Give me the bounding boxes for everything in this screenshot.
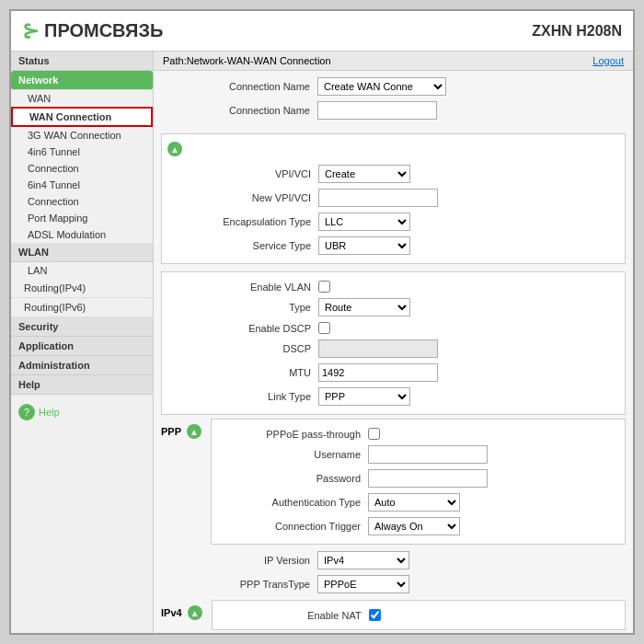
connection-name2-input[interactable] [317, 101, 437, 120]
mtu-row: MTU [162, 361, 625, 385]
ipv4-section-label: IPv4 [161, 607, 182, 618]
ppp-label: PPP [161, 426, 181, 437]
connection-name-select[interactable]: Create WAN Conne [317, 77, 446, 96]
sidebar-adsl[interactable]: ADSL Modulation [11, 226, 153, 243]
sidebar-3g-wan[interactable]: 3G WAN Connection [11, 127, 153, 144]
sidebar-wan-connection[interactable]: WAN Connection [11, 107, 153, 127]
connection-name-label: Connection Name [170, 81, 317, 92]
new-vpivci-label: New VPI/VCI [171, 192, 318, 203]
new-vpivci-row: New VPI/VCI [162, 186, 625, 210]
vpivci-section-header: ▲ [162, 140, 625, 158]
sidebar-network[interactable]: Network [11, 71, 153, 90]
ppp-section: PPPoE pass-through Username Password Aut… [211, 419, 626, 545]
service-label: Service Type [171, 240, 318, 251]
auth-type-select[interactable]: Auto [368, 493, 460, 512]
encapsulation-label: Encapsulation Type [171, 216, 318, 227]
ipv4-toggle[interactable]: ▲ [188, 605, 202, 620]
ip-section: IP Version IPv4 PPP TransType PPPoE [154, 548, 633, 596]
sidebar-connection1[interactable]: Connection [11, 160, 153, 177]
ppp-toggle[interactable]: ▲ [187, 424, 201, 439]
mtu-input[interactable] [318, 363, 438, 382]
vpivci-label: VPI/VCI [171, 168, 318, 179]
password-row: Password [212, 466, 625, 490]
link-type-select[interactable]: PPP [318, 387, 410, 406]
pppoe-passthrough-label: PPPoE pass-through [221, 429, 368, 440]
content-area: Path:Network-WAN-WAN Connection Logout C… [154, 52, 633, 633]
vpivci-toggle[interactable]: ▲ [167, 142, 182, 156]
conn-trigger-label: Connection Trigger [221, 521, 368, 532]
sidebar-4in6[interactable]: 4in6 Tunnel [11, 144, 153, 160]
username-input[interactable] [368, 445, 488, 464]
sidebar-status[interactable]: Status [11, 52, 153, 71]
connection-name2-label: Connection Name [170, 105, 317, 116]
ipv4-section: Enable NAT [212, 600, 626, 630]
device-name: ZXHN H208N [532, 23, 622, 40]
sidebar-lan[interactable]: LAN [11, 262, 153, 279]
ppp-transtype-select[interactable]: PPPoE [317, 575, 409, 593]
path-text: Path:Network-WAN-WAN Connection [163, 55, 331, 66]
enable-nat-row: Enable NAT [213, 606, 625, 624]
username-label: Username [221, 449, 368, 460]
sidebar-administration[interactable]: Administration [11, 356, 153, 375]
conn-trigger-select[interactable]: Always On [368, 517, 460, 535]
vpivci-select[interactable]: Create [318, 165, 410, 183]
sidebar-security[interactable]: Security [11, 317, 153, 337]
sidebar-6in4[interactable]: 6in4 Tunnel [11, 177, 153, 193]
header: ⊱ ПРОМСВЯЗЬ ZXHN H208N [11, 11, 633, 52]
new-vpivci-input[interactable] [318, 189, 438, 207]
sidebar-wan[interactable]: WAN [11, 90, 153, 107]
sidebar-connection2[interactable]: Connection [11, 193, 153, 210]
service-row: Service Type UBR [162, 234, 625, 258]
enable-dscp-checkbox[interactable] [318, 322, 330, 334]
enable-vlan-label: Enable VLAN [171, 282, 318, 293]
password-label: Password [221, 473, 368, 484]
sidebar-routing-ipv6[interactable]: Routing(IPv6) [11, 298, 153, 317]
ppp-transtype-label: PPP TransType [170, 579, 317, 590]
sidebar-application[interactable]: Application [11, 337, 153, 356]
dscp-label: DSCP [171, 343, 318, 354]
pppoe-passthrough-checkbox[interactable] [368, 428, 380, 440]
logout-link[interactable]: Logout [592, 55, 624, 66]
auth-type-row: Authentication Type Auto [212, 490, 625, 514]
service-select[interactable]: UBR [318, 236, 410, 255]
sidebar-wlan[interactable]: WLAN [11, 243, 153, 262]
type-select[interactable]: Route [318, 298, 410, 316]
help-button[interactable]: ? Help [11, 398, 153, 426]
main-area: Status Network WAN WAN Connection 3G WAN… [11, 52, 633, 633]
type-label: Type [171, 302, 318, 313]
ppp-wrapper: PPP ▲ PPPoE pass-through Username Passwo… [161, 419, 626, 545]
enable-vlan-row: Enable VLAN [162, 278, 625, 295]
ip-version-row: IP Version IPv4 [161, 548, 626, 572]
dscp-row: DSCP [162, 337, 625, 361]
sidebar-help[interactable]: Help [11, 375, 153, 395]
enable-vlan-checkbox[interactable] [318, 281, 330, 293]
ip-version-select[interactable]: IPv4 [317, 551, 409, 569]
ipv4-wrapper: IPv4 ▲ Enable NAT [161, 600, 626, 630]
path-bar: Path:Network-WAN-WAN Connection Logout [154, 52, 633, 71]
vlan-section: Enable VLAN Type Route Enable DSCP DSCP [161, 271, 626, 415]
link-type-label: Link Type [171, 391, 318, 402]
sidebar-routing-ipv4[interactable]: Routing(IPv4) [11, 279, 153, 298]
enable-nat-checkbox[interactable] [369, 609, 381, 621]
username-row: Username [212, 443, 625, 466]
enable-dscp-row: Enable DSCP [162, 319, 625, 337]
mtu-label: MTU [171, 367, 318, 378]
sidebar: Status Network WAN WAN Connection 3G WAN… [11, 52, 154, 633]
encapsulation-select[interactable]: LLC [318, 213, 410, 231]
conn-trigger-row: Connection Trigger Always On [212, 514, 625, 538]
type-row: Type Route [162, 295, 625, 319]
top-form: Connection Name Create WAN Conne Connect… [154, 71, 633, 126]
logo-icon: ⊱ [22, 19, 39, 43]
encapsulation-row: Encapsulation Type LLC [162, 210, 625, 234]
ip-version-label: IP Version [170, 555, 317, 566]
sidebar-port-mapping[interactable]: Port Mapping [11, 210, 153, 226]
enable-dscp-label: Enable DSCP [171, 323, 318, 334]
pppoe-passthrough-row: PPPoE pass-through [212, 425, 625, 443]
vpivci-section: ▲ VPI/VCI Create New VPI/VCI Encapsulati… [161, 133, 626, 264]
connection-name-row: Connection Name Create WAN Conne [161, 75, 626, 98]
connection-name2-row: Connection Name [161, 98, 626, 122]
password-input[interactable] [368, 469, 488, 488]
help-label: Help [39, 407, 60, 418]
dscp-input[interactable] [318, 339, 438, 358]
help-icon: ? [18, 404, 35, 420]
